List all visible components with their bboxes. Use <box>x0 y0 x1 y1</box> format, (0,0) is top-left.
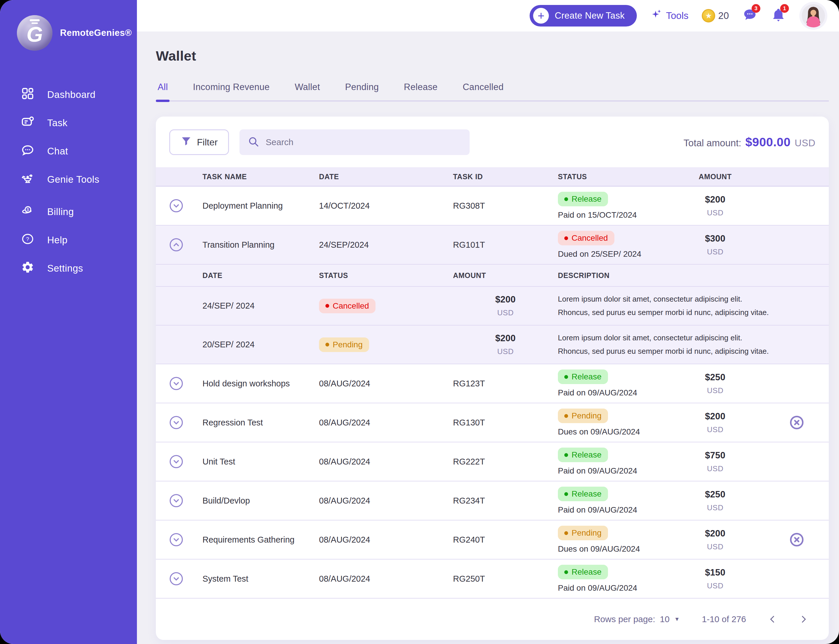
next-page-button[interactable] <box>799 615 808 624</box>
task-date: 08/AUG/2024 <box>319 418 453 427</box>
status-dot-icon <box>564 492 568 496</box>
tools-button[interactable]: Tools <box>650 8 688 23</box>
wallet-card: Filter Total amount: $900.00 USD <box>156 117 829 640</box>
sidebar-item-chat[interactable]: Chat <box>0 137 137 165</box>
svg-text:$: $ <box>26 207 29 212</box>
amount: $300 <box>705 233 726 244</box>
expand-row-button[interactable] <box>169 376 184 391</box>
subcol-date: DATE <box>202 271 319 280</box>
tab-wallet[interactable]: Wallet <box>293 82 322 100</box>
caret-down-icon: ▼ <box>674 616 680 623</box>
col-date: DATE <box>319 172 453 181</box>
task-name: Unit Test <box>202 457 319 467</box>
sidebar-item-billing[interactable]: $ Billing <box>0 197 137 226</box>
status-badge: Release <box>558 565 608 579</box>
expand-row-button[interactable] <box>169 493 184 508</box>
status-badge: Release <box>558 487 608 501</box>
sub-date: 24/SEP/ 2024 <box>202 301 319 310</box>
cancel-task-button[interactable] <box>789 532 805 547</box>
tab-release[interactable]: Release <box>402 82 439 100</box>
task-date: 24/SEP/2024 <box>319 240 453 250</box>
genie-lamp-icon <box>21 172 34 187</box>
search-input[interactable] <box>266 137 461 147</box>
coin-count: 20 <box>718 10 729 21</box>
svg-text:?: ? <box>26 236 30 242</box>
total-amount-value: $900.00 <box>745 135 790 149</box>
task-icon <box>21 115 34 131</box>
status-badge: Pending <box>558 409 608 423</box>
task-date: 08/AUG/2024 <box>319 535 453 545</box>
coin-balance[interactable]: ★ 20 <box>702 9 729 23</box>
status-dot-icon <box>564 531 568 535</box>
currency: USD <box>497 308 514 317</box>
currency: USD <box>707 464 723 473</box>
amount: $200 <box>495 294 516 305</box>
notifications-button[interactable]: 1 <box>771 8 786 24</box>
task-date: 14/OCT/2024 <box>319 201 453 211</box>
status-note: Paid on 15/OCT/2024 <box>558 210 637 220</box>
expand-row-button[interactable] <box>169 199 184 213</box>
sub-date: 20/SEP/ 2024 <box>202 340 319 349</box>
task-date: 08/AUG/2024 <box>319 379 453 388</box>
task-name: Requirements Gathering <box>202 535 319 545</box>
sidebar-item-label: Billing <box>47 206 74 217</box>
remotegenies-logo-icon: G <box>17 15 53 51</box>
status-note: Paid on 09/AUG/2024 <box>558 466 637 476</box>
brand: G RemoteGenies® <box>0 0 137 51</box>
amount: $150 <box>705 567 726 578</box>
tab-pending[interactable]: Pending <box>343 82 381 100</box>
status-badge: Pending <box>319 337 369 352</box>
expand-row-button[interactable] <box>169 454 184 469</box>
currency: USD <box>707 247 723 256</box>
sidebar-item-label: Genie Tools <box>47 174 99 185</box>
status-badge: Pending <box>558 526 608 540</box>
rows-per-page-select[interactable]: Rows per page: 10 ▼ <box>594 614 680 624</box>
messages-button[interactable]: 3 <box>742 8 757 24</box>
status-dot-icon <box>325 343 329 347</box>
sidebar-item-settings[interactable]: Settings <box>0 254 137 283</box>
search-box <box>240 130 470 155</box>
cancel-task-button[interactable] <box>789 415 805 430</box>
page-title: Wallet <box>156 48 829 64</box>
sidebar-item-help[interactable]: ? Help <box>0 226 137 254</box>
task-date: 08/AUG/2024 <box>319 457 453 467</box>
expand-row-button[interactable] <box>169 532 184 547</box>
status-dot-icon <box>564 414 568 418</box>
table-row: Deployment Planning 14/OCT/2024 RG308T R… <box>156 187 829 225</box>
table-row: Unit Test 08/AUG/2024 RG222T Release Pai… <box>156 442 829 481</box>
sidebar-item-dashboard[interactable]: Dashboard <box>0 80 137 109</box>
expand-row-button[interactable] <box>169 572 184 586</box>
rows-per-page-label: Rows per page: <box>594 614 655 624</box>
subtable-row: 24/SEP/ 2024 Cancelled $200USD Lorem ips… <box>156 287 829 325</box>
avatar-photo <box>802 4 825 27</box>
collapse-row-button[interactable] <box>169 238 184 252</box>
subtable-row: 20/SEP/ 2024 Pending $200USD Lorem ipsum… <box>156 325 829 364</box>
table-row: Hold design workshops 08/AUG/2024 RG123T… <box>156 364 829 403</box>
amount: $200 <box>495 333 516 343</box>
col-amount: AMOUNT <box>666 172 765 181</box>
task-id: RG123T <box>453 379 558 388</box>
brand-name: RemoteGenies® <box>60 28 132 38</box>
table-row: Build/Devlop 08/AUG/2024 RG234T Release … <box>156 481 829 521</box>
status-dot-icon <box>564 453 568 457</box>
sidebar-item-genie-tools[interactable]: Genie Tools <box>0 165 137 194</box>
plus-icon: + <box>533 8 549 24</box>
subcol-description: DESCRIPTION <box>558 271 829 280</box>
status-note: Paid on 09/AUG/2024 <box>558 505 637 514</box>
previous-page-button[interactable] <box>768 615 777 624</box>
expand-row-button[interactable] <box>169 415 184 430</box>
filter-button[interactable]: Filter <box>169 130 229 155</box>
create-new-task-button[interactable]: + Create New Task <box>530 5 637 26</box>
task-date: 08/AUG/2024 <box>319 574 453 584</box>
tab-all[interactable]: All <box>156 82 169 100</box>
chat-icon <box>21 143 34 159</box>
notifications-badge: 1 <box>780 4 789 13</box>
sidebar-item-task[interactable]: Task <box>0 109 137 137</box>
task-id: RG234T <box>453 496 558 506</box>
tab-cancelled[interactable]: Cancelled <box>461 82 506 100</box>
create-task-label: Create New Task <box>555 10 625 21</box>
task-name: Build/Devlop <box>202 496 319 506</box>
user-avatar[interactable] <box>800 2 828 30</box>
tab-incoming-revenue[interactable]: Incoming Revenue <box>191 82 271 100</box>
sidebar-nav: Dashboard Task Chat Genie Tools <box>0 80 137 283</box>
